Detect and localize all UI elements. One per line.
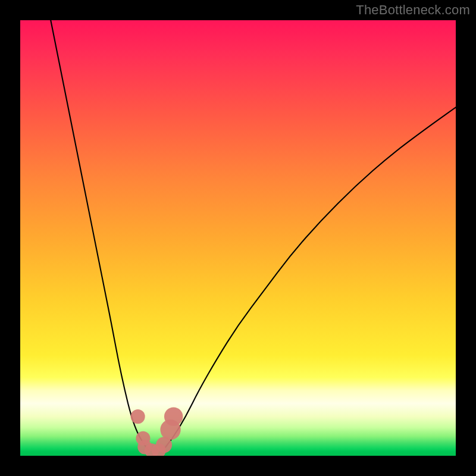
chart-frame: TheBottleneck.com bbox=[0, 0, 476, 476]
plot-area bbox=[20, 20, 456, 456]
curve-right-branch bbox=[164, 107, 456, 449]
trough-marker bbox=[164, 407, 183, 425]
trough-markers bbox=[131, 407, 183, 456]
curve-layer bbox=[20, 20, 456, 456]
curve-left-branch bbox=[51, 20, 149, 450]
watermark-text: TheBottleneck.com bbox=[356, 2, 470, 18]
trough-marker bbox=[131, 409, 145, 424]
